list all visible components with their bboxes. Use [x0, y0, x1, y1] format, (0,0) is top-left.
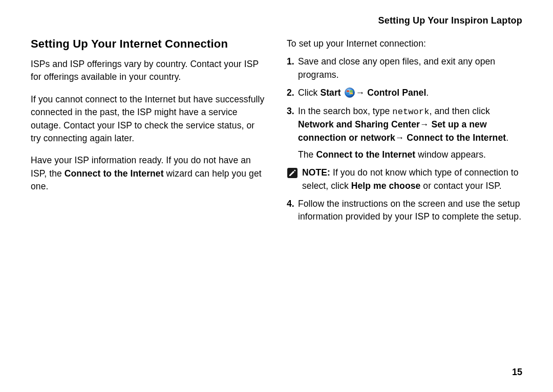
step-item: Follow the instructions on the screen an…: [287, 198, 522, 224]
bold-text: Connect to the Internet: [316, 149, 415, 160]
running-header: Setting Up Your Inspiron Laptop: [31, 15, 522, 26]
code-text: network: [392, 107, 429, 117]
page-number: 15: [512, 367, 522, 378]
lead-text: To set up your Internet connection:: [287, 37, 522, 50]
bold-text: Connect to the Internet: [65, 168, 164, 179]
windows-start-orb-icon: [345, 88, 355, 98]
step-item: In the search box, type network, and the…: [287, 105, 522, 193]
paragraph: ISPs and ISP offerings vary by country. …: [31, 58, 266, 84]
paragraph: Have your ISP information ready. If you …: [31, 154, 266, 193]
text: .: [506, 133, 508, 143]
bold-text: Control Panel: [367, 88, 426, 98]
right-column: To set up your Internet connection: Save…: [287, 37, 522, 229]
ordered-steps: Save and close any open files, and exit …: [287, 55, 522, 223]
note-label: NOTE:: [302, 167, 330, 178]
step-item: Save and close any open files, and exit …: [287, 55, 522, 81]
paragraph: If you cannot connect to the Internet bu…: [31, 93, 266, 145]
bold-text: →: [356, 88, 368, 98]
text: window appears.: [415, 149, 486, 160]
note-text: NOTE: If you do not know which type of c…: [302, 166, 522, 192]
note-pencil-icon: [287, 167, 298, 179]
two-column-layout: Setting Up Your Internet Connection ISPs…: [31, 37, 522, 229]
text: .: [426, 88, 429, 98]
text: In the search box, type: [298, 106, 392, 116]
bold-text: →: [420, 119, 432, 129]
bold-text: Start: [320, 88, 341, 98]
text: Click: [298, 88, 320, 98]
text: or contact your ISP.: [420, 181, 501, 191]
bold-text: →: [395, 133, 407, 143]
step-follow-text: The Connect to the Internet window appea…: [298, 148, 522, 161]
section-heading: Setting Up Your Internet Connection: [31, 37, 266, 51]
bold-text: Network and Sharing Center: [298, 119, 420, 129]
step-item: Click Start: [287, 86, 522, 99]
text: , and then click: [429, 106, 490, 116]
note-block: NOTE: If you do not know which type of c…: [287, 166, 522, 192]
bold-text: Connect to the Internet: [407, 133, 506, 143]
bold-text: Help me choose: [351, 181, 421, 191]
left-column: Setting Up Your Internet Connection ISPs…: [31, 37, 266, 229]
text: The: [298, 149, 316, 160]
